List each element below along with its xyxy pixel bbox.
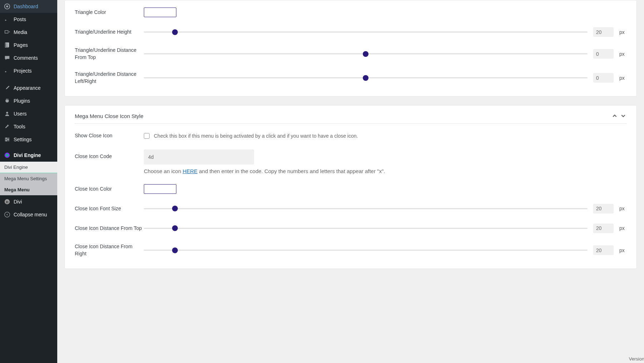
submenu-item-mega-menu-settings[interactable]: Mega Menu Settings (0, 173, 57, 184)
sidebar-item-settings[interactable]: Settings (0, 133, 57, 146)
triangle-dist-lr-value[interactable] (593, 73, 614, 83)
slider-thumb[interactable] (363, 51, 369, 57)
unit-label: px (619, 29, 626, 35)
svg-text:D: D (6, 200, 8, 204)
sidebar-item-tools[interactable]: Tools (0, 120, 57, 133)
svg-point-13 (6, 154, 8, 156)
user-icon (4, 110, 11, 117)
sidebar-item-label: Plugins (14, 98, 30, 104)
sidebar-item-posts[interactable]: Posts (0, 13, 57, 26)
close-icon-color-input[interactable] (144, 184, 176, 194)
page-icon (4, 41, 11, 49)
slider-thumb[interactable] (172, 225, 178, 231)
sidebar-item-label: Appearance (14, 85, 41, 91)
unit-label: px (619, 247, 626, 253)
triangle-settings-panel: Triangle Color Triangle/Underline Height… (64, 0, 637, 97)
sidebar-item-label: Users (14, 111, 27, 117)
sidebar-item-comments[interactable]: Comments (0, 51, 57, 64)
sidebar-item-appearance[interactable]: Appearance (0, 82, 57, 94)
svg-rect-4 (6, 43, 9, 47)
triangle-height-label: Triangle/Underline Height (75, 29, 144, 36)
triangle-dist-top-label: Triangle/Underline Distance From Top (75, 47, 144, 61)
svg-point-10 (8, 139, 9, 140)
sidebar-item-media[interactable]: Media (0, 26, 57, 39)
chevron-up-icon[interactable] (611, 113, 618, 119)
close-icon-style-panel: Mega Menu Close Icon Style Show Close Ic… (64, 105, 637, 269)
wrench-icon (4, 123, 11, 130)
sidebar-item-projects[interactable]: Projects (0, 64, 57, 77)
sidebar-item-label: Divi Engine (14, 152, 41, 158)
sidebar-item-label: Collapse menu (14, 212, 47, 217)
unit-label: px (619, 206, 626, 211)
show-close-icon-helper: Check this box if this menu is being act… (154, 133, 358, 139)
triangle-dist-lr-slider[interactable] (144, 77, 587, 78)
collapse-icon (4, 211, 11, 218)
close-icon-font-size-label: Close Icon Font Size (75, 205, 144, 212)
triangle-dist-lr-label: Triangle/Underline Distance Left/Right (75, 71, 144, 85)
triangle-color-input[interactable] (144, 8, 176, 17)
close-icon-font-size-slider[interactable] (144, 208, 587, 209)
submenu-item-mega-menu[interactable]: Mega Menu (0, 184, 57, 195)
sidebar-submenu: Divi Engine Mega Menu Settings Mega Menu (0, 162, 57, 195)
triangle-color-label: Triangle Color (75, 9, 144, 16)
sidebar-item-label: Dashboard (14, 4, 38, 9)
sidebar-item-dashboard[interactable]: Dashboard (0, 0, 57, 13)
close-icon-code-label: Close Icon Code (75, 149, 144, 160)
close-icon-dist-right-label: Close Icon Distance From Right (75, 243, 144, 257)
settings-icon (4, 136, 11, 143)
sidebar-item-divi-engine[interactable]: Divi Engine (0, 149, 57, 162)
svg-point-1 (6, 5, 8, 7)
admin-sidebar: Dashboard Posts Media Pages Comments Pro… (0, 0, 57, 363)
divi-engine-icon (4, 152, 11, 159)
close-icon-dist-top-label: Close Icon Distance From Top (75, 225, 144, 232)
triangle-height-slider[interactable] (144, 31, 587, 33)
sidebar-item-divi[interactable]: D Divi (0, 195, 57, 208)
divi-icon: D (4, 198, 11, 205)
triangle-dist-top-value[interactable] (593, 49, 614, 59)
sidebar-item-label: Divi (14, 199, 22, 205)
triangle-dist-top-slider[interactable] (144, 53, 587, 54)
sidebar-item-pages[interactable]: Pages (0, 39, 57, 51)
comment-icon (4, 54, 11, 62)
close-icon-dist-top-slider[interactable] (144, 228, 587, 229)
unit-label: px (619, 75, 626, 81)
main-content: Triangle Color Triangle/Underline Height… (57, 0, 644, 363)
slider-thumb[interactable] (172, 29, 178, 35)
here-link[interactable]: HERE (182, 168, 197, 174)
slider-thumb[interactable] (363, 75, 369, 81)
show-close-icon-label: Show Close Icon (75, 132, 144, 139)
svg-point-5 (6, 112, 8, 114)
sidebar-item-label: Projects (14, 68, 32, 74)
media-icon (4, 29, 11, 36)
slider-thumb[interactable] (172, 247, 178, 253)
sidebar-item-label: Posts (14, 16, 26, 22)
submenu-item-divi-engine[interactable]: Divi Engine (0, 162, 57, 173)
svg-rect-2 (5, 31, 8, 33)
sidebar-item-label: Media (14, 29, 27, 35)
show-close-icon-checkbox[interactable] (144, 133, 150, 139)
panel-title: Mega Menu Close Icon Style (75, 113, 143, 119)
pin-icon (4, 67, 11, 74)
slider-thumb[interactable] (172, 206, 178, 211)
close-icon-code-helper: Choose an icon HERE and then enter in th… (144, 168, 626, 174)
close-icon-dist-top-value[interactable] (593, 224, 614, 233)
version-text: Version 6 (629, 356, 644, 362)
plugin-icon (4, 97, 11, 104)
sidebar-item-users[interactable]: Users (0, 107, 57, 120)
close-icon-font-size-value[interactable] (593, 204, 614, 214)
unit-label: px (619, 225, 626, 231)
close-icon-code-input[interactable] (144, 149, 254, 165)
triangle-height-value[interactable] (593, 27, 614, 37)
sidebar-item-plugins[interactable]: Plugins (0, 94, 57, 107)
sidebar-item-label: Settings (14, 137, 32, 142)
svg-point-9 (6, 138, 7, 139)
sidebar-item-label: Comments (14, 55, 38, 61)
sidebar-item-collapse[interactable]: Collapse menu (0, 208, 57, 221)
brush-icon (4, 84, 11, 92)
close-icon-dist-right-slider[interactable] (144, 250, 587, 251)
close-icon-dist-right-value[interactable] (593, 245, 614, 255)
pin-icon (4, 16, 11, 23)
chevron-down-icon[interactable] (620, 113, 626, 119)
panel-header: Mega Menu Close Icon Style (75, 113, 626, 124)
close-icon-color-label: Close Icon Color (75, 186, 144, 193)
